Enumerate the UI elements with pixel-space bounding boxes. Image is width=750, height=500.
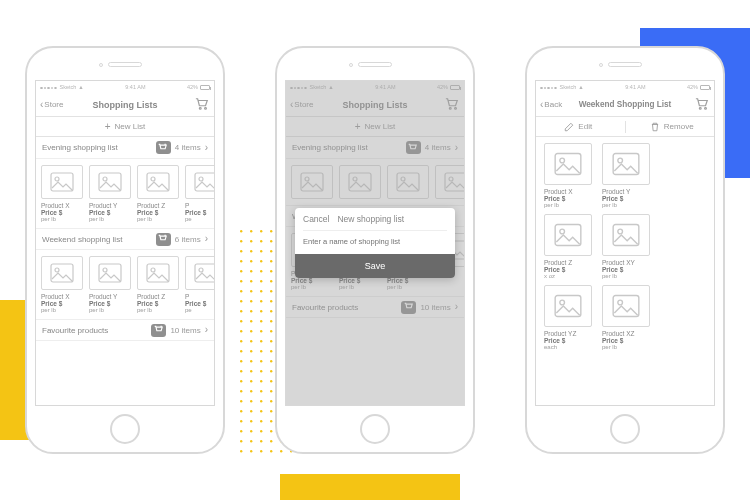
add-to-cart-icon[interactable]	[156, 233, 171, 246]
svg-point-17	[151, 268, 155, 272]
product-card[interactable]: Product YPrice $per lb	[89, 165, 133, 222]
product-unit: per lb	[89, 216, 133, 222]
modal-overlay[interactable]: Cancel New shopping list Save	[286, 81, 464, 405]
list-row-weekend[interactable]: Weekend shopping list 6 items›	[36, 228, 214, 250]
product-card[interactable]: Product YPrice $per lb	[89, 256, 133, 313]
phone-camera	[99, 63, 103, 67]
chevron-right-icon: ›	[205, 234, 208, 244]
svg-point-15	[103, 268, 107, 272]
home-button[interactable]	[610, 414, 640, 444]
product-card[interactable]: Product ZPrice $per lb	[137, 165, 181, 222]
svg-rect-18	[195, 264, 214, 282]
signal-icon	[540, 84, 558, 90]
screen: Sketch▲ 9:41 AM 42% ‹Back Weekend Shoppi…	[535, 80, 715, 406]
screen: Sketch▲ 9:41 AM 42% ‹Store Shopping List…	[285, 80, 465, 406]
back-button[interactable]: ‹Back	[540, 100, 562, 110]
list-row-favourite[interactable]: Favourite products 10 items›	[36, 319, 214, 341]
svg-point-2	[199, 108, 201, 110]
status-bar: Sketch▲ 9:41 AM 42%	[36, 81, 214, 93]
home-button[interactable]	[360, 414, 390, 444]
cancel-button[interactable]: Cancel	[303, 214, 329, 224]
image-placeholder-icon	[185, 256, 214, 290]
carrier-label: Sketch	[560, 84, 577, 90]
product-card[interactable]: Product YZPrice $each	[544, 285, 592, 350]
image-placeholder-icon	[544, 143, 592, 185]
screen: Sketch▲ 9:41 AM 42% ‹Store Shopping List…	[35, 80, 215, 406]
product-unit: per lb	[89, 307, 133, 313]
product-card[interactable]: PPrice $pe	[185, 165, 214, 222]
product-card[interactable]: Product XPrice $per lb	[41, 165, 85, 222]
image-placeholder-icon	[544, 285, 592, 327]
page-title: Weekend Shopping List	[536, 100, 714, 109]
item-count: 10 items	[170, 326, 200, 335]
phone-camera	[599, 63, 603, 67]
list-name: Favourite products	[42, 326, 108, 335]
product-price: Price $	[41, 209, 85, 216]
list-name-input[interactable]	[303, 230, 447, 248]
chevron-right-icon: ›	[205, 143, 208, 153]
new-list-modal: Cancel New shopping list Save	[295, 208, 455, 278]
product-unit: pe	[185, 307, 214, 313]
remove-button[interactable]: Remove	[630, 122, 715, 132]
add-to-cart-icon[interactable]	[156, 141, 171, 154]
new-list-label: New List	[115, 122, 146, 131]
image-placeholder-icon	[89, 256, 131, 290]
add-to-cart-icon[interactable]	[151, 324, 166, 337]
product-name: Product YZ	[544, 330, 592, 337]
product-unit: per lb	[137, 307, 181, 313]
phone-speaker	[108, 62, 142, 67]
svg-point-3	[205, 108, 207, 110]
phone-camera	[349, 63, 353, 67]
chevron-left-icon: ‹	[40, 100, 43, 110]
phone-speaker	[358, 62, 392, 67]
chevron-right-icon: ›	[205, 325, 208, 335]
svg-point-51	[618, 300, 623, 305]
product-name: P	[185, 293, 214, 300]
cart-button[interactable]	[695, 97, 709, 111]
image-placeholder-icon	[602, 143, 650, 185]
product-unit: per lb	[41, 307, 85, 313]
product-card[interactable]: Product ZPrice $x oz	[544, 214, 592, 279]
product-unit: per lb	[544, 202, 592, 208]
product-card[interactable]: Product XPrice $per lb	[544, 143, 592, 208]
product-card[interactable]: Product XZPrice $per lb	[602, 285, 650, 350]
product-card[interactable]: PPrice $pe	[185, 256, 214, 313]
phone-list-detail: Sketch▲ 9:41 AM 42% ‹Back Weekend Shoppi…	[525, 46, 725, 454]
svg-point-39	[705, 108, 707, 110]
product-price: Price $	[602, 337, 650, 344]
image-placeholder-icon	[185, 165, 214, 199]
product-unit: per lb	[602, 273, 650, 279]
product-unit: per lb	[602, 344, 650, 350]
product-unit: per lb	[137, 216, 181, 222]
image-placeholder-icon	[602, 214, 650, 256]
back-button[interactable]: ‹Store	[40, 100, 63, 110]
svg-point-5	[55, 177, 59, 181]
product-name: Product Z	[544, 259, 592, 266]
item-count: 6 items	[175, 235, 201, 244]
cart-button[interactable]	[195, 97, 209, 111]
image-placeholder-icon	[41, 256, 83, 290]
list-row-evening[interactable]: Evening shopping list 4 items›	[36, 137, 214, 159]
phone-lists: Sketch▲ 9:41 AM 42% ‹Store Shopping List…	[25, 46, 225, 454]
product-name: Product XZ	[602, 330, 650, 337]
edit-button[interactable]: Edit	[536, 122, 621, 132]
products-grid: Product XPrice $per lbProduct YPrice $pe…	[536, 137, 714, 405]
clock: 9:41 AM	[125, 84, 145, 90]
product-card[interactable]: Product YPrice $per lb	[602, 143, 650, 208]
new-list-button[interactable]: +New List	[36, 117, 214, 137]
product-card[interactable]: Product XPrice $per lb	[41, 256, 85, 313]
lists-content: Evening shopping list 4 items› Product X…	[36, 137, 214, 405]
product-price: Price $	[602, 195, 650, 202]
product-price: Price $	[137, 209, 181, 216]
image-placeholder-icon	[89, 165, 131, 199]
product-card[interactable]: Product XYPrice $per lb	[602, 214, 650, 279]
svg-point-9	[151, 177, 155, 181]
nav-bar: ‹Back Weekend Shopping List	[536, 93, 714, 117]
plus-icon: +	[105, 122, 111, 132]
status-bar: Sketch▲ 9:41 AM 42%	[536, 81, 714, 93]
product-card[interactable]: Product ZPrice $per lb	[137, 256, 181, 313]
image-placeholder-icon	[137, 256, 179, 290]
home-button[interactable]	[110, 414, 140, 444]
product-price: Price $	[89, 300, 133, 307]
save-button[interactable]: Save	[295, 254, 455, 278]
